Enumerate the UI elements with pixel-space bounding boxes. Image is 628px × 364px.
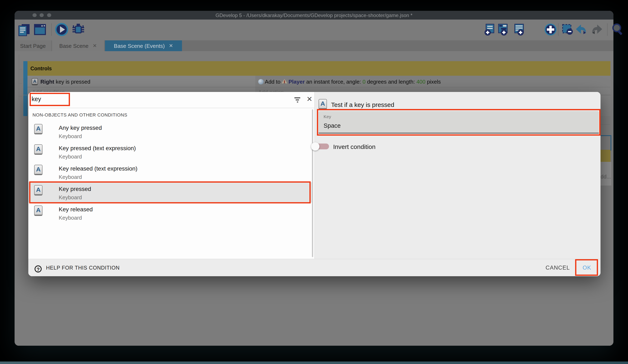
row-divider [27, 87, 611, 87]
toolbar-separator [607, 23, 608, 36]
cancel-button[interactable]: CANCEL [546, 265, 570, 271]
invert-condition-label: Invert condition [333, 143, 375, 150]
list-item-title: Key pressed (text expression) [59, 145, 136, 151]
action-mid: an instant force, angle: [305, 79, 363, 85]
search-input[interactable] [32, 96, 68, 102]
list-item[interactable]: A Key released (text expression) Keyboar… [28, 162, 313, 182]
tab-start-page[interactable]: Start Page [14, 40, 51, 51]
tree-guide-line [19, 83, 22, 84]
action-text[interactable]: Add to Player an instant force, angle: 0… [258, 79, 441, 85]
tab-bar: Start Page Base Scene ✕ Base Scene (Even… [14, 40, 614, 51]
force-hand-icon [258, 79, 264, 84]
condition-text[interactable]: Right key is pressed [40, 79, 90, 85]
keyboard-key-icon: A [34, 165, 42, 175]
list-item-title: Any key pressed [59, 124, 102, 131]
list-item-subtitle: Keyboard [59, 174, 82, 180]
add-comment-icon[interactable] [513, 23, 526, 36]
toolbar [14, 20, 614, 40]
action-suffix: pixels [425, 79, 441, 85]
close-dialog-icon[interactable]: ✕ [307, 95, 313, 104]
keyboard-key-icon: A [34, 185, 42, 195]
toolbar-separator [51, 23, 52, 36]
add-event-icon[interactable] [483, 23, 497, 36]
list-item-title: Key pressed [59, 185, 91, 192]
tree-guide-line [19, 69, 22, 69]
ok-button[interactable]: OK [583, 265, 591, 271]
list-scrollbar[interactable] [312, 109, 313, 257]
scene-editor-icon[interactable] [33, 23, 47, 36]
condition-editor-dialog: ✕ NON-OBJECTS AND OTHER CONDITIONS A Any… [28, 92, 601, 276]
condition-param: Right [40, 79, 54, 85]
invert-condition-toggle-thumb[interactable] [311, 142, 319, 151]
tree-guide-line [19, 55, 19, 100]
list-item[interactable]: A Key pressed (text expression) Keyboard [28, 141, 313, 162]
list-section-header: NON-OBJECTS AND OTHER CONDITIONS [32, 112, 127, 117]
footer-divider [28, 259, 601, 259]
list-item-selected[interactable]: A Key pressed Keyboard [28, 182, 313, 203]
key-field-label: Key [323, 114, 331, 119]
keyboard-key-icon: A [32, 78, 38, 85]
help-label: HELP FOR THIS CONDITION [46, 265, 120, 271]
condition-title: Test if a key is pressed [331, 101, 394, 108]
tab-base-scene-events[interactable]: Base Scene (Events) ✕ [105, 40, 182, 51]
debug-icon[interactable] [71, 22, 85, 37]
group-title: Controls [30, 65, 52, 71]
list-item[interactable]: A Any key pressed Keyboard [28, 121, 313, 141]
toolbar-separator [558, 23, 558, 36]
search-icon[interactable] [611, 22, 625, 37]
list-item[interactable]: A Key released Keyboard [28, 203, 313, 223]
player-ship-icon [282, 79, 287, 84]
action-object: Player [288, 79, 305, 85]
dialog-footer: ? HELP FOR THIS CONDITION CANCEL OK [28, 259, 601, 276]
tree-guide-line [19, 96, 22, 97]
key-field[interactable]: Key Space [318, 111, 599, 133]
event-drag-handle[interactable] [23, 95, 27, 116]
action-mid: degrees and length: [366, 79, 416, 85]
list-item-subtitle: Keyboard [59, 215, 82, 221]
help-icon: ? [35, 265, 42, 272]
close-tab-icon[interactable]: ✕ [93, 43, 97, 49]
condition-rest: key is pressed [54, 79, 90, 85]
redo-icon[interactable] [591, 23, 604, 36]
filter-icon[interactable] [294, 96, 301, 104]
tab-label: Base Scene (Events) [114, 43, 165, 49]
remove-selection-icon[interactable] [561, 23, 574, 36]
event-drag-handle[interactable] [23, 76, 27, 95]
tab-label: Start Page [20, 43, 46, 49]
list-item-subtitle: Keyboard [59, 133, 82, 139]
list-item-title: Key released (text expression) [59, 165, 137, 172]
titlebar: GDevelop 5 - /Users/dkarakay/Documents/G… [14, 11, 614, 20]
undo-icon[interactable] [574, 23, 588, 36]
play-preview-icon[interactable] [55, 22, 69, 37]
keyboard-key-icon: A [34, 144, 42, 155]
list-item-subtitle: Keyboard [59, 194, 82, 200]
action-prefix: Add to [265, 79, 282, 85]
project-manager-icon[interactable] [17, 23, 31, 36]
search-input-wrap[interactable] [32, 95, 68, 104]
desktop-edge-strip [0, 362, 628, 364]
action-angle: 0 [363, 79, 365, 85]
list-item-subtitle: Keyboard [59, 154, 82, 160]
event-group-header[interactable]: Controls [27, 61, 611, 76]
action-length: 400 [416, 79, 425, 85]
search-divider [28, 108, 314, 108]
window-title: GDevelop 5 - /Users/dkarakay/Documents/G… [14, 12, 614, 18]
help-button[interactable]: ? HELP FOR THIS CONDITION [35, 264, 120, 272]
close-tab-icon[interactable]: ✕ [169, 43, 173, 49]
keyboard-key-icon: A [34, 124, 42, 134]
screenshot-stage: GDevelop 5 - /Users/dkarakay/Documents/G… [0, 0, 628, 364]
list-item-title: Key released [59, 206, 93, 213]
keyboard-key-icon: A [318, 99, 327, 109]
event-drag-handle[interactable] [23, 61, 27, 76]
add-subevent-icon[interactable] [496, 23, 510, 36]
key-field-value: Space [323, 122, 341, 129]
keyboard-key-icon: A [34, 205, 42, 216]
add-something-icon[interactable] [544, 22, 558, 37]
tab-base-scene[interactable]: Base Scene ✕ [52, 40, 104, 51]
peek-add-button-text[interactable]: dd... [601, 174, 611, 180]
tab-label: Base Scene [59, 43, 88, 49]
